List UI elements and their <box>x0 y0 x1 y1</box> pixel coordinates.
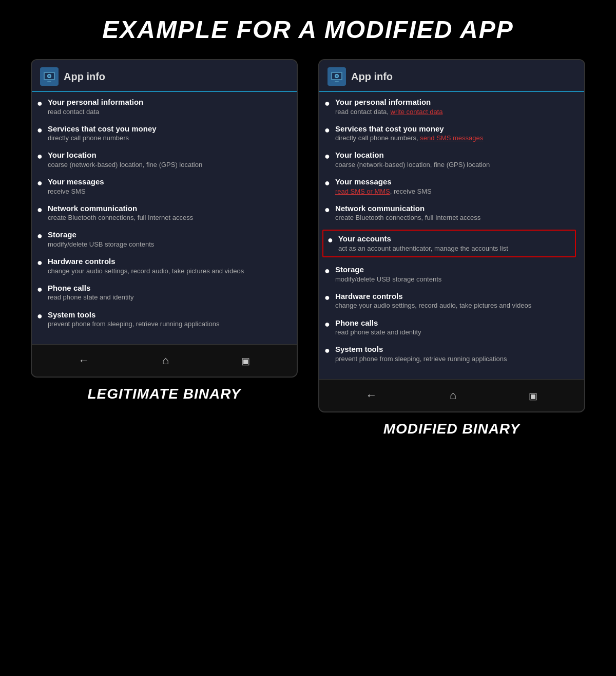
recent-button-right[interactable] <box>524 387 543 404</box>
permission-description: prevent phone from sleeping, retrieve ru… <box>335 354 576 364</box>
legitimate-nav-bar <box>32 344 297 377</box>
permission-title: Phone calls <box>335 318 576 328</box>
bullet-point: ● <box>324 204 330 216</box>
permission-content: Your locationcoarse (network-based) loca… <box>48 150 288 170</box>
modified-phone-wrapper: App info ●Your personal informationread … <box>318 59 585 437</box>
bullet-point: ● <box>324 177 330 189</box>
modified-screen: App info ●Your personal informationread … <box>319 60 584 379</box>
permission-description: modify/delete USB storage contents <box>335 275 576 284</box>
permission-title: Phone calls <box>48 283 288 293</box>
bullet-point: ● <box>324 345 330 356</box>
list-item: ●Your locationcoarse (network-based) loc… <box>324 150 576 170</box>
permission-content: Services that cost you moneydirectly cal… <box>48 124 288 143</box>
permission-description: read contact data, write contact data <box>335 107 576 117</box>
bullet-point: ● <box>37 177 43 189</box>
permission-description: coarse (network-based) location, fine (G… <box>335 160 576 170</box>
modified-phone: App info ●Your personal informationread … <box>318 59 585 412</box>
bullet-point: ● <box>324 292 330 304</box>
permission-description: prevent phone from sleeping, retrieve ru… <box>48 320 288 329</box>
permission-content: Your messagesreceive SMS <box>48 177 288 196</box>
svg-rect-5 <box>47 81 51 82</box>
permission-description: read phone state and identity <box>335 328 576 337</box>
list-item: ●Your personal informationread contact d… <box>324 97 576 117</box>
permission-description: change your audio settings, record audio… <box>335 301 576 310</box>
permission-content: Network communicationcreate Bluetooth co… <box>335 203 576 223</box>
bullet-point: ● <box>37 204 43 216</box>
back-button-left[interactable] <box>73 352 95 369</box>
modified-nav-bar <box>319 379 584 411</box>
bullet-point: ● <box>37 151 43 162</box>
bullet-point: ● <box>37 230 43 242</box>
list-item: ●Network communicationcreate Bluetooth c… <box>37 203 288 223</box>
permission-title: Storage <box>335 265 576 275</box>
home-button-left[interactable] <box>157 352 174 369</box>
permission-content: Your personal informationread contact da… <box>48 97 288 117</box>
phones-container: App info ●Your personal informationread … <box>10 59 606 437</box>
list-item: ●Network communicationcreate Bluetooth c… <box>324 203 576 223</box>
bullet-point: ● <box>37 124 43 136</box>
bullet-point: ● <box>324 98 330 109</box>
list-item: ●Your locationcoarse (network-based) loc… <box>37 150 288 170</box>
permission-title: Your personal information <box>335 97 576 107</box>
bullet-point: ● <box>324 265 330 277</box>
permission-description: change your audio settings, record audio… <box>48 267 288 276</box>
modified-app-info-header: App info <box>319 60 584 92</box>
permission-content: Phone callsread phone state and identity <box>48 283 288 303</box>
permission-content: Phone callsread phone state and identity <box>335 318 576 337</box>
permission-content: Your locationcoarse (network-based) loca… <box>335 150 576 170</box>
permission-content: Your personal informationread contact da… <box>335 97 576 117</box>
bullet-point: ● <box>324 318 330 330</box>
bullet-point: ● <box>324 124 330 136</box>
permission-title: Network communication <box>48 203 288 214</box>
list-item: ●Your messagesread SMS or MMS, receive S… <box>324 177 576 196</box>
permission-content: System toolsprevent phone from sleeping,… <box>335 344 576 364</box>
permission-title: Your location <box>48 150 288 160</box>
permission-content: Hardware controlschange your audio setti… <box>335 291 576 311</box>
list-item: ●Your messagesreceive SMS <box>37 177 288 196</box>
permission-content: Storagemodify/delete USB storage content… <box>48 230 288 249</box>
list-item: ●Your personal informationread contact d… <box>37 97 288 117</box>
list-item: ●Phone callsread phone state and identit… <box>324 318 576 337</box>
legitimate-permissions-list: ●Your personal informationread contact d… <box>32 92 297 344</box>
permission-title: Your location <box>335 150 576 160</box>
permission-title: System tools <box>48 310 288 320</box>
permission-title: Network communication <box>335 203 576 214</box>
legitimate-phone: App info ●Your personal informationread … <box>31 59 298 378</box>
svg-point-10 <box>336 75 338 77</box>
bullet-point: ● <box>37 257 43 269</box>
legitimate-app-info-header: App info <box>32 60 297 92</box>
permission-title: Services that cost you money <box>335 124 576 134</box>
permission-content: Your messagesread SMS or MMS, receive SM… <box>335 177 576 196</box>
permission-content: Network communicationcreate Bluetooth co… <box>48 203 288 223</box>
permission-title: Services that cost you money <box>48 124 288 134</box>
permission-content: System toolsprevent phone from sleeping,… <box>48 310 288 329</box>
permission-title: System tools <box>335 344 576 354</box>
legitimate-label: Legitimate Binary <box>87 386 241 402</box>
permission-description: create Bluetooth connections, full Inter… <box>48 213 288 222</box>
permission-title: Your messages <box>335 177 576 187</box>
permission-content: Storagemodify/delete USB storage content… <box>335 265 576 284</box>
page-title: Example for a Modified App <box>102 15 513 44</box>
list-item: ●System toolsprevent phone from sleeping… <box>37 310 288 329</box>
bullet-point: ● <box>324 151 330 162</box>
list-item: ●Services that cost you moneydirectly ca… <box>324 124 576 143</box>
legitimate-app-icon <box>40 67 59 86</box>
bullet-point: ● <box>328 234 333 246</box>
list-item: ●Phone callsread phone state and identit… <box>37 283 288 303</box>
permission-description: read phone state and identity <box>48 293 288 302</box>
bullet-point: ● <box>37 98 43 109</box>
permission-content: Your accountsact as an account authentic… <box>338 234 571 253</box>
legitimate-screen: App info ●Your personal informationread … <box>32 60 297 344</box>
permission-content: Hardware controlschange your audio setti… <box>48 256 288 276</box>
modified-app-icon <box>328 67 346 86</box>
permission-title: Hardware controls <box>335 291 576 302</box>
bullet-point: ● <box>37 284 43 295</box>
permission-description: read SMS or MMS, receive SMS <box>335 187 576 196</box>
legitimate-phone-wrapper: App info ●Your personal informationread … <box>31 59 298 437</box>
permission-title: Storage <box>48 230 288 240</box>
home-button-right[interactable] <box>445 387 461 404</box>
permission-title: Your accounts <box>338 234 571 244</box>
bullet-point: ● <box>37 310 43 322</box>
back-button-right[interactable] <box>361 387 382 404</box>
recent-button-left[interactable] <box>236 352 255 369</box>
